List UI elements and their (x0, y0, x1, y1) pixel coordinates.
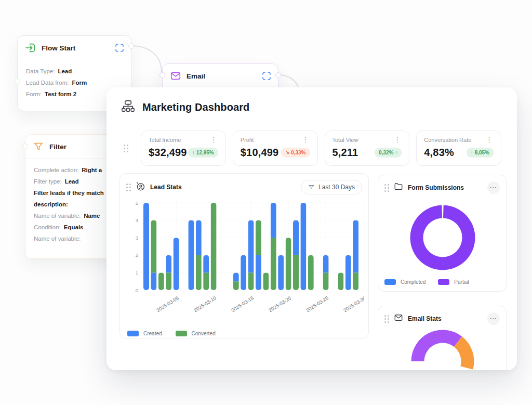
stat-label: Total View (332, 137, 358, 143)
svg-text:2025-03-10: 2025-03-10 (193, 295, 217, 313)
legend-swatch (176, 331, 187, 336)
field-value: Form (72, 80, 87, 86)
stat-value: 5,211 (332, 147, 358, 159)
flow-field: Data Type:Lead (26, 66, 123, 77)
field-label: Name of variable: (34, 236, 81, 242)
page-title: Marketing Dashboard (142, 101, 249, 113)
kebab-menu-icon[interactable]: ⋮ (485, 137, 494, 143)
drag-handle-icon[interactable] (384, 184, 389, 192)
stat-value: $10,499 (241, 147, 279, 159)
port-in[interactable] (159, 72, 165, 78)
legend-swatch (127, 331, 139, 336)
trend-badge: 0,32% ↑ (375, 148, 402, 158)
svg-text:2025-03-30: 2025-03-30 (342, 295, 364, 313)
stat-card: Profit ⋮ $10,499 0,33% (233, 130, 318, 166)
email-stats-title: Email Stats (408, 315, 483, 322)
email-stats-card: Email Stats ··· (378, 306, 507, 370)
trend-badge: ↑ 12,95% (188, 148, 218, 158)
ellipsis-menu-icon[interactable]: ··· (487, 312, 500, 325)
flow-start-icon (25, 42, 36, 54)
date-filter-label: Last 30 Days (318, 184, 355, 191)
legend-item: Converted (176, 331, 216, 336)
funnel-icon (308, 184, 315, 191)
legend-label: Completed (401, 279, 425, 285)
date-filter-button[interactable]: Last 30 Days (301, 180, 362, 194)
field-value: Test form 2 (45, 91, 76, 97)
trend-badge: 0,33% (281, 148, 310, 158)
form-submissions-title: Form Submissions (408, 184, 483, 191)
envelope-icon (394, 313, 403, 324)
port-in[interactable] (22, 143, 28, 149)
filter-icon (33, 141, 44, 152)
kebab-menu-icon[interactable]: ⋮ (393, 137, 402, 143)
kebab-menu-icon[interactable]: ⋮ (209, 137, 218, 143)
flow-start-title: Flow Start (42, 44, 110, 52)
field-label: Name of variable: (34, 213, 81, 219)
field-label: Complete action: (34, 167, 78, 173)
stat-card: Total View ⋮ 5,211 0,32% ↑ (325, 130, 410, 166)
legend-label: Partial (454, 279, 469, 285)
expand-icon[interactable] (262, 72, 271, 80)
legend-swatch (384, 279, 396, 285)
legend-swatch (438, 279, 449, 285)
field-label: Lead Data from: (26, 80, 69, 86)
legend-label: Created (143, 331, 162, 336)
svg-text:2: 2 (136, 252, 138, 258)
field-value: Lead (65, 178, 79, 185)
svg-text:4: 4 (136, 217, 138, 223)
svg-text:2025-03-20: 2025-03-20 (268, 295, 292, 313)
svg-text:3: 3 (136, 235, 138, 241)
stat-cards: Total Income ⋮ $32,499 ↑ 12,95% Profit ⋮ (141, 130, 501, 166)
svg-text:2025-03-15: 2025-03-15 (230, 295, 255, 313)
stat-card: Total Income ⋮ $32,499 ↑ 12,95% (141, 130, 226, 166)
drag-handle-icon[interactable] (126, 184, 131, 191)
svg-text:2025-03-05: 2025-03-05 (155, 295, 180, 313)
email-title: Email (187, 72, 257, 80)
svg-text:0: 0 (136, 288, 138, 293)
legend-item: Partial (438, 279, 469, 285)
lead-chart-legend: Created Converted (120, 326, 368, 343)
stat-label: Profit (241, 137, 254, 143)
field-label: Condition: (34, 224, 61, 230)
stats-row: Total Income ⋮ $32,499 ↑ 12,95% Profit ⋮ (107, 117, 517, 166)
form-chart-legend: Completed Partial (384, 279, 469, 285)
stat-card: Conversation Rate ⋮ 4,83% ↑ 8,05% (416, 130, 501, 166)
field-label: Filter leads if they match description: (34, 190, 104, 207)
svg-text:1: 1 (136, 270, 138, 276)
ellipsis-menu-icon[interactable]: ··· (487, 181, 500, 194)
stat-label: Total Income (149, 137, 181, 143)
form-submissions-card: Form Submissions ··· Completed Partial (378, 175, 507, 292)
lead-stats-title: Lead Stats (150, 184, 296, 191)
trend-badge: ↑ 8,05% (467, 148, 494, 158)
form-submissions-donut (378, 198, 507, 276)
connector-flowstart-email (131, 46, 162, 73)
port-in[interactable] (15, 79, 20, 84)
port-out[interactable] (128, 43, 134, 49)
drag-handle-icon[interactable] (384, 315, 389, 323)
legend-item: Created (127, 331, 162, 336)
drag-handle-icon[interactable] (124, 145, 128, 152)
legend-item: Completed (384, 279, 425, 285)
folder-icon (394, 182, 403, 193)
field-value: Equals (64, 224, 84, 230)
svg-text:2025-03-25: 2025-03-25 (305, 295, 329, 313)
port-out[interactable] (275, 72, 281, 78)
stat-label: Conversation Rate (424, 137, 471, 143)
field-label: Form: (26, 91, 42, 97)
lead-stats-chart: 0123452025-03-052025-03-102025-03-152025… (120, 199, 368, 326)
lead-stats-card: Lead Stats Last 30 Days 0123452025-03-05… (119, 173, 369, 338)
expand-icon[interactable] (115, 44, 124, 52)
field-value: Name (84, 213, 100, 219)
sitemap-icon (121, 100, 135, 115)
lead-stats-icon (136, 181, 145, 193)
field-label: Data Type: (26, 68, 55, 74)
field-value: Right a (82, 167, 102, 173)
stat-value: $32,499 (149, 147, 187, 159)
email-stats-donut (378, 329, 507, 370)
kebab-menu-icon[interactable]: ⋮ (301, 137, 310, 143)
marketing-dashboard-panel: Marketing Dashboard Total Income ⋮ $32,4… (107, 87, 517, 370)
field-label: Filter type: (34, 178, 62, 185)
email-icon (170, 70, 181, 82)
legend-label: Converted (192, 331, 216, 336)
svg-text:5: 5 (136, 200, 138, 206)
